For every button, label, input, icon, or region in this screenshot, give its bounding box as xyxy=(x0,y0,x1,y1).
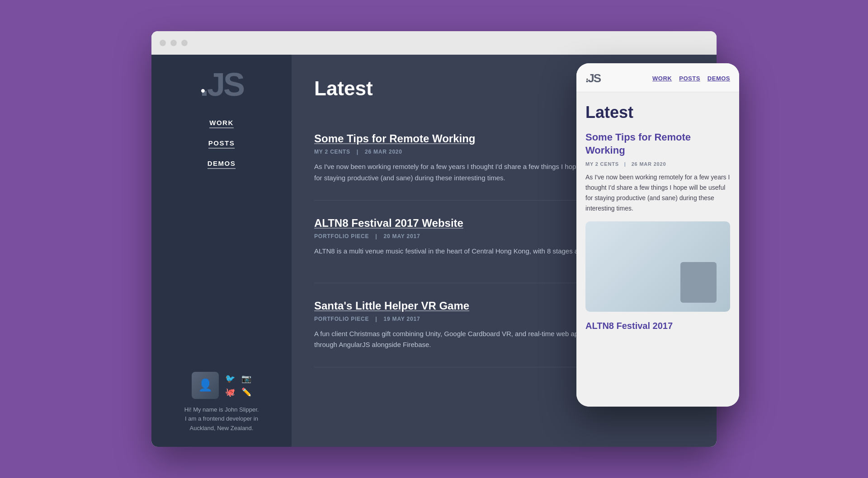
browser-dot-green xyxy=(181,40,188,46)
codepen-icon[interactable]: ✏️ xyxy=(241,387,251,397)
post-title-santa[interactable]: Santa's Little Helper VR Game xyxy=(314,300,622,312)
mobile-next-post-title[interactable]: ALTN8 Festival 2017 xyxy=(585,321,730,331)
mobile-logo: • .JS xyxy=(585,71,600,85)
github-icon[interactable]: 🐙 xyxy=(225,387,235,397)
mobile-logo-dot: • xyxy=(586,77,587,82)
mobile-post-meta: MY 2 CENTS | 26 MAR 2020 xyxy=(585,161,730,167)
mobile-logo-text: .JS xyxy=(585,71,600,85)
mobile-post-date: 26 MAR 2020 xyxy=(632,161,666,167)
mobile-thumb-remote xyxy=(585,221,730,312)
logo-dot: • xyxy=(201,84,203,97)
post-category-remote: MY 2 CENTS xyxy=(314,149,350,155)
post-content-remote: Some Tips for Remote Working MY 2 CENTS … xyxy=(314,132,622,184)
browser-dot-red xyxy=(160,40,166,46)
browser-dot-yellow xyxy=(170,40,177,46)
sidebar-nav: WORK POSTS DEMOS xyxy=(208,119,236,169)
meta-sep-0: | xyxy=(357,149,359,155)
twitter-icon[interactable]: 🐦 xyxy=(225,374,235,384)
meta-sep-1: | xyxy=(375,233,377,239)
social-grid: 🐦 📷 🐙 ✏️ xyxy=(225,374,251,397)
sidebar-avatar-row: 👤 🐦 📷 🐙 ✏️ xyxy=(192,372,251,399)
mobile-post-title[interactable]: Some Tips for Remote Working xyxy=(585,131,730,157)
post-excerpt-festival: ALTN8 is a multi venue music festival in… xyxy=(314,246,622,257)
mobile-post-image xyxy=(585,221,730,312)
sidebar-item-demos[interactable]: DEMOS xyxy=(208,159,236,169)
avatar: 👤 xyxy=(192,372,219,399)
avatar-placeholder: 👤 xyxy=(192,372,219,399)
post-content-santa: Santa's Little Helper VR Game PORTFOLIO … xyxy=(314,300,622,351)
sidebar-footer: 👤 🐦 📷 🐙 ✏️ Hi! My name is John Slipper. … xyxy=(175,358,268,447)
sidebar: • .JS WORK POSTS DEMOS 👤 🐦 📷 🐙 ✏️ xyxy=(151,55,292,447)
sidebar-logo: • .JS xyxy=(200,68,243,101)
mobile-nav-posts[interactable]: POSTS xyxy=(679,75,700,82)
mobile-post-category: MY 2 CENTS xyxy=(585,161,619,167)
post-category-festival: PORTFOLIO PIECE xyxy=(314,233,369,239)
post-meta-remote: MY 2 CENTS | 26 MAR 2020 xyxy=(314,149,622,155)
logo-text: .JS xyxy=(200,66,243,103)
mobile-body: Latest Some Tips for Remote Working MY 2… xyxy=(576,92,739,407)
sidebar-item-posts[interactable]: POSTS xyxy=(208,139,235,149)
post-excerpt-santa: A fun client Christmas gift combining Un… xyxy=(314,328,622,351)
post-content-festival: ALTN8 Festival 2017 Website PORTFOLIO PI… xyxy=(314,217,622,257)
mobile-nav-work[interactable]: WORK xyxy=(652,75,672,82)
post-meta-santa: PORTFOLIO PIECE | 19 MAY 2017 xyxy=(314,316,622,322)
bio-line-1: Hi! My name is John Slipper. xyxy=(184,405,259,415)
browser-toolbar xyxy=(151,31,717,55)
meta-sep-2: | xyxy=(375,316,377,322)
bio-line-2: I am a frontend developer in Auckland, N… xyxy=(184,414,259,433)
mobile-header: • .JS WORK POSTS DEMOS xyxy=(576,63,739,92)
sidebar-bio: Hi! My name is John Slipper. I am a fron… xyxy=(184,405,259,433)
post-title-remote[interactable]: Some Tips for Remote Working xyxy=(314,132,622,145)
instagram-icon[interactable]: 📷 xyxy=(241,374,251,384)
mobile-nav: WORK POSTS DEMOS xyxy=(652,75,730,82)
sidebar-item-work[interactable]: WORK xyxy=(209,119,234,128)
post-date-festival: 20 MAY 2017 xyxy=(384,233,420,239)
post-date-santa: 19 MAY 2017 xyxy=(384,316,420,322)
mobile-device: • .JS WORK POSTS DEMOS Latest Some Tips … xyxy=(576,63,739,407)
post-excerpt-remote: As I've now been working remotely for a … xyxy=(314,161,622,184)
post-date-remote: 26 MAR 2020 xyxy=(365,149,402,155)
mobile-post-excerpt: As I've now been working remotely for a … xyxy=(585,172,730,214)
post-meta-festival: PORTFOLIO PIECE | 20 MAY 2017 xyxy=(314,233,622,239)
post-title-festival[interactable]: ALTN8 Festival 2017 Website xyxy=(314,217,622,230)
mobile-nav-demos[interactable]: DEMOS xyxy=(708,75,730,82)
mobile-page-title: Latest xyxy=(585,103,730,122)
post-category-santa: PORTFOLIO PIECE xyxy=(314,316,369,322)
mobile-meta-sep: | xyxy=(624,161,626,167)
